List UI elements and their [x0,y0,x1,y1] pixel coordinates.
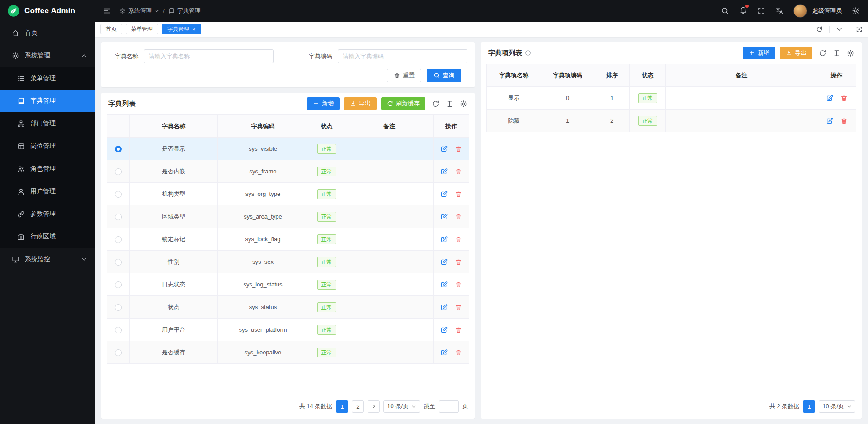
edit-icon[interactable] [440,349,448,356]
breadcrumb-dict-management[interactable]: 字典管理 [168,7,201,15]
density-icon[interactable] [833,49,840,57]
edit-icon[interactable] [440,236,448,243]
page-button-1[interactable]: 1 [336,400,348,413]
edit-icon[interactable] [440,145,448,152]
sidebar-item-dict-management[interactable]: 字典管理 [0,90,95,112]
dict-name-input[interactable] [144,49,274,63]
sidebar-item-system-monitor[interactable]: 系统监控 [0,248,95,271]
dict-table-row[interactable]: 是否缓存sys_keepalive正常 [107,341,469,364]
sidebar-item-post-management[interactable]: 岗位管理 [0,135,95,157]
delete-icon[interactable] [455,258,462,266]
next-page-button[interactable] [368,400,380,413]
sidebar-item-menu-management[interactable]: 菜单管理 [0,67,95,90]
row-select-radio[interactable] [115,327,122,333]
sidebar-item-param-management[interactable]: 参数管理 [0,203,95,225]
delete-icon[interactable] [455,349,462,356]
screenshot-icon[interactable] [856,26,863,33]
edit-icon[interactable] [826,117,833,124]
refresh-icon[interactable] [816,26,823,33]
refresh-cache-button[interactable]: 刷新缓存 [381,97,425,110]
add-dict-item-button[interactable]: 新增 [743,47,775,59]
notifications-button[interactable] [739,6,747,16]
row-select-radio[interactable] [115,281,122,288]
dict-table-row[interactable]: 区域类型sys_area_type正常 [107,205,469,228]
edit-icon[interactable] [440,191,448,198]
edit-icon[interactable] [440,304,448,311]
row-select-radio[interactable] [115,259,122,266]
edit-icon[interactable] [440,168,448,175]
sidebar-item-role-management[interactable]: 角色管理 [0,157,95,180]
delete-icon[interactable] [455,281,462,288]
column-settings-gear-icon[interactable] [847,49,854,57]
reset-button[interactable]: 重置 [387,69,421,82]
item-table-row[interactable]: 显示01正常 [487,87,856,110]
edit-icon[interactable] [440,281,448,288]
sidebar-item-admin-region[interactable]: 行政区域 [0,225,95,248]
delete-icon[interactable] [455,145,462,152]
dict-table-row[interactable]: 性别sys_sex正常 [107,251,469,273]
tab-dict-management[interactable]: 字典管理 × [162,24,201,34]
page-button-1[interactable]: 1 [803,400,815,413]
sidebar-item-dept-management[interactable]: 部门管理 [0,112,95,135]
item-table-row[interactable]: 隐藏12正常 [487,110,856,132]
export-dict-item-button[interactable]: 导出 [780,47,812,59]
sidebar-item-home[interactable]: 首页 [0,22,95,44]
row-select-radio[interactable] [115,191,122,198]
sidebar-item-user-management[interactable]: 用户管理 [0,180,95,203]
row-select-radio[interactable] [115,146,122,152]
delete-icon[interactable] [840,117,848,124]
row-select-radio[interactable] [115,236,122,243]
page-size-select[interactable]: 10 条/页 [383,400,420,413]
tab-close-icon[interactable]: × [192,26,196,32]
page-size-select[interactable]: 10 条/页 [819,400,855,413]
user-avatar[interactable] [793,4,807,18]
row-select-radio[interactable] [115,168,122,175]
refresh-icon[interactable] [819,49,826,57]
dict-table-row[interactable]: 用户平台sys_user_platform正常 [107,319,469,341]
translate-icon[interactable] [775,7,783,15]
chevron-down-icon[interactable] [836,26,843,33]
delete-icon[interactable] [840,95,848,102]
delete-icon[interactable] [455,236,462,243]
sidebar-item-system-management[interactable]: 系统管理 [0,44,95,67]
row-select-radio[interactable] [115,214,122,220]
page-button-2[interactable]: 2 [352,400,364,413]
delete-icon[interactable] [455,326,462,333]
dict-table-row[interactable]: 状态sys_status正常 [107,296,469,319]
delete-icon[interactable] [455,191,462,198]
row-select-radio[interactable] [115,349,122,356]
edit-icon[interactable] [440,213,448,220]
add-dict-button[interactable]: 新增 [307,97,340,110]
dict-code-input[interactable] [338,49,467,63]
dict-table-row[interactable]: 日志状态sys_log_status正常 [107,273,469,296]
density-icon[interactable] [446,100,453,108]
refresh-icon[interactable] [432,100,439,108]
app-logo[interactable]: Coffee Admin [0,0,95,22]
delete-icon[interactable] [455,168,462,175]
tabbar-actions [816,26,863,33]
username[interactable]: 超级管理员 [812,7,842,15]
add-label: 新增 [322,100,334,108]
search-icon[interactable] [721,7,729,15]
tab-home[interactable]: 首页 [100,24,122,34]
query-button[interactable]: 查询 [427,69,461,82]
dict-table-row[interactable]: 机构类型sys_org_type正常 [107,183,469,205]
dict-table-row[interactable]: 是否内嵌sys_frame正常 [107,160,469,183]
dict-table-row[interactable]: 是否显示sys_visible正常 [107,138,469,160]
edit-icon[interactable] [440,326,448,333]
row-select-radio[interactable] [115,304,122,311]
jump-page-input[interactable] [439,400,459,413]
settings-gear-icon[interactable] [852,7,860,15]
breadcrumb-system-management[interactable]: 系统管理 [119,7,159,15]
status-badge: 正常 [638,116,657,126]
dict-table-row[interactable]: 锁定标记sys_lock_flag正常 [107,228,469,251]
edit-icon[interactable] [440,258,448,266]
fullscreen-icon[interactable] [757,7,765,15]
tab-menu-management[interactable]: 菜单管理 [126,24,158,34]
delete-icon[interactable] [455,304,462,311]
edit-icon[interactable] [826,95,833,102]
export-dict-button[interactable]: 导出 [344,97,377,110]
delete-icon[interactable] [455,213,462,220]
sidebar-collapse-icon[interactable] [103,7,111,15]
column-settings-gear-icon[interactable] [460,100,467,108]
